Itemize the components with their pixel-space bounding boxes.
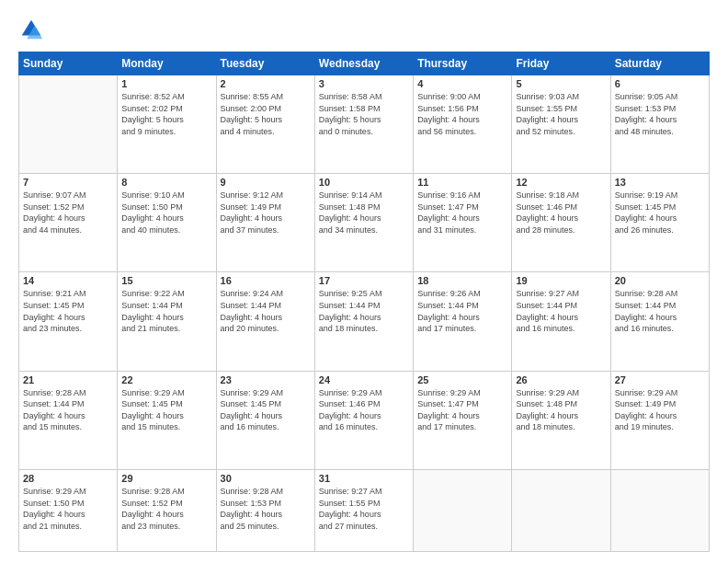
calendar-cell: 12Sunrise: 9:18 AM Sunset: 1:46 PM Dayli… (512, 174, 610, 272)
calendar-cell: 6Sunrise: 9:05 AM Sunset: 1:53 PM Daylig… (610, 75, 709, 174)
calendar-cell (414, 469, 512, 551)
day-info: Sunrise: 9:25 AM Sunset: 1:44 PM Dayligh… (319, 288, 409, 334)
day-number: 31 (319, 473, 409, 484)
day-number: 16 (221, 275, 311, 286)
day-header-sunday: Sunday (19, 52, 118, 75)
day-info: Sunrise: 9:12 AM Sunset: 1:49 PM Dayligh… (221, 190, 311, 236)
day-number: 5 (516, 78, 606, 89)
calendar-cell: 11Sunrise: 9:16 AM Sunset: 1:47 PM Dayli… (414, 174, 512, 272)
day-info: Sunrise: 9:21 AM Sunset: 1:45 PM Dayligh… (23, 288, 113, 334)
day-info: Sunrise: 9:10 AM Sunset: 1:50 PM Dayligh… (121, 190, 211, 236)
day-number: 11 (417, 177, 507, 188)
calendar-cell: 25Sunrise: 9:29 AM Sunset: 1:47 PM Dayli… (414, 371, 512, 469)
header (18, 17, 710, 42)
calendar-cell: 5Sunrise: 9:03 AM Sunset: 1:55 PM Daylig… (512, 75, 610, 174)
calendar-cell (19, 75, 118, 174)
day-number: 17 (319, 275, 409, 286)
day-info: Sunrise: 9:14 AM Sunset: 1:48 PM Dayligh… (319, 190, 409, 236)
day-number: 8 (121, 177, 211, 188)
day-info: Sunrise: 9:28 AM Sunset: 1:44 PM Dayligh… (23, 387, 113, 433)
calendar-cell: 20Sunrise: 9:28 AM Sunset: 1:44 PM Dayli… (610, 272, 709, 371)
page: SundayMondayTuesdayWednesdayThursdayFrid… (0, 0, 728, 563)
calendar-cell: 18Sunrise: 9:26 AM Sunset: 1:44 PM Dayli… (414, 272, 512, 371)
calendar-cell: 22Sunrise: 9:29 AM Sunset: 1:45 PM Dayli… (118, 371, 216, 469)
calendar-cell (512, 469, 610, 551)
day-info: Sunrise: 8:52 AM Sunset: 2:02 PM Dayligh… (121, 91, 211, 137)
day-header-friday: Friday (512, 52, 610, 75)
day-info: Sunrise: 9:29 AM Sunset: 1:47 PM Dayligh… (417, 387, 507, 433)
calendar-cell: 28Sunrise: 9:29 AM Sunset: 1:50 PM Dayli… (19, 469, 118, 551)
calendar-cell: 2Sunrise: 8:55 AM Sunset: 2:00 PM Daylig… (216, 75, 314, 174)
day-info: Sunrise: 8:58 AM Sunset: 1:58 PM Dayligh… (319, 91, 409, 137)
day-info: Sunrise: 9:19 AM Sunset: 1:45 PM Dayligh… (615, 190, 705, 236)
day-info: Sunrise: 9:28 AM Sunset: 1:44 PM Dayligh… (615, 288, 705, 334)
logo-icon (18, 17, 44, 42)
calendar-cell: 1Sunrise: 8:52 AM Sunset: 2:02 PM Daylig… (118, 75, 216, 174)
day-number: 12 (516, 177, 606, 188)
calendar-cell: 29Sunrise: 9:28 AM Sunset: 1:52 PM Dayli… (118, 469, 216, 551)
day-number: 24 (319, 374, 409, 385)
calendar-cell (610, 469, 709, 551)
day-number: 20 (615, 275, 705, 286)
day-number: 15 (121, 275, 211, 286)
day-info: Sunrise: 9:24 AM Sunset: 1:44 PM Dayligh… (221, 288, 311, 334)
calendar-cell: 7Sunrise: 9:07 AM Sunset: 1:52 PM Daylig… (19, 174, 118, 272)
calendar-cell: 26Sunrise: 9:29 AM Sunset: 1:48 PM Dayli… (512, 371, 610, 469)
day-header-monday: Monday (118, 52, 216, 75)
day-info: Sunrise: 9:28 AM Sunset: 1:53 PM Dayligh… (221, 486, 311, 532)
calendar-cell: 27Sunrise: 9:29 AM Sunset: 1:49 PM Dayli… (610, 371, 709, 469)
calendar-cell: 14Sunrise: 9:21 AM Sunset: 1:45 PM Dayli… (19, 272, 118, 371)
day-number: 30 (221, 473, 311, 484)
day-number: 14 (23, 275, 113, 286)
day-number: 18 (417, 275, 507, 286)
day-number: 4 (417, 78, 507, 89)
calendar-cell: 3Sunrise: 8:58 AM Sunset: 1:58 PM Daylig… (314, 75, 413, 174)
day-number: 21 (23, 374, 113, 385)
day-info: Sunrise: 9:29 AM Sunset: 1:46 PM Dayligh… (319, 387, 409, 433)
day-header-tuesday: Tuesday (216, 52, 314, 75)
calendar-cell: 9Sunrise: 9:12 AM Sunset: 1:49 PM Daylig… (216, 174, 314, 272)
day-header-wednesday: Wednesday (314, 52, 413, 75)
day-info: Sunrise: 9:16 AM Sunset: 1:47 PM Dayligh… (417, 190, 507, 236)
calendar-cell: 8Sunrise: 9:10 AM Sunset: 1:50 PM Daylig… (118, 174, 216, 272)
day-info: Sunrise: 9:29 AM Sunset: 1:50 PM Dayligh… (23, 486, 113, 532)
day-number: 28 (23, 473, 113, 484)
day-info: Sunrise: 9:29 AM Sunset: 1:48 PM Dayligh… (516, 387, 606, 433)
day-info: Sunrise: 9:27 AM Sunset: 1:55 PM Dayligh… (319, 486, 409, 532)
day-info: Sunrise: 9:28 AM Sunset: 1:52 PM Dayligh… (121, 486, 211, 532)
day-number: 1 (121, 78, 211, 89)
day-number: 27 (615, 374, 705, 385)
day-number: 9 (221, 177, 311, 188)
day-info: Sunrise: 9:22 AM Sunset: 1:44 PM Dayligh… (121, 288, 211, 334)
day-info: Sunrise: 9:29 AM Sunset: 1:45 PM Dayligh… (121, 387, 211, 433)
day-number: 6 (615, 78, 705, 89)
day-number: 7 (23, 177, 113, 188)
day-info: Sunrise: 9:29 AM Sunset: 1:45 PM Dayligh… (221, 387, 311, 433)
calendar-cell: 21Sunrise: 9:28 AM Sunset: 1:44 PM Dayli… (19, 371, 118, 469)
calendar-cell: 24Sunrise: 9:29 AM Sunset: 1:46 PM Dayli… (314, 371, 413, 469)
calendar-table: SundayMondayTuesdayWednesdayThursdayFrid… (18, 52, 710, 552)
calendar-cell: 10Sunrise: 9:14 AM Sunset: 1:48 PM Dayli… (314, 174, 413, 272)
day-number: 13 (615, 177, 705, 188)
calendar-cell: 31Sunrise: 9:27 AM Sunset: 1:55 PM Dayli… (314, 469, 413, 551)
day-info: Sunrise: 9:27 AM Sunset: 1:44 PM Dayligh… (516, 288, 606, 334)
calendar-cell: 16Sunrise: 9:24 AM Sunset: 1:44 PM Dayli… (216, 272, 314, 371)
day-number: 29 (121, 473, 211, 484)
day-header-saturday: Saturday (610, 52, 709, 75)
calendar-cell: 4Sunrise: 9:00 AM Sunset: 1:56 PM Daylig… (414, 75, 512, 174)
day-header-thursday: Thursday (414, 52, 512, 75)
day-info: Sunrise: 9:26 AM Sunset: 1:44 PM Dayligh… (417, 288, 507, 334)
day-number: 19 (516, 275, 606, 286)
day-number: 10 (319, 177, 409, 188)
calendar-cell: 15Sunrise: 9:22 AM Sunset: 1:44 PM Dayli… (118, 272, 216, 371)
day-info: Sunrise: 9:05 AM Sunset: 1:53 PM Dayligh… (615, 91, 705, 137)
day-info: Sunrise: 9:29 AM Sunset: 1:49 PM Dayligh… (615, 387, 705, 433)
calendar-cell: 23Sunrise: 9:29 AM Sunset: 1:45 PM Dayli… (216, 371, 314, 469)
day-info: Sunrise: 9:07 AM Sunset: 1:52 PM Dayligh… (23, 190, 113, 236)
day-info: Sunrise: 9:03 AM Sunset: 1:55 PM Dayligh… (516, 91, 606, 137)
day-number: 25 (417, 374, 507, 385)
calendar-cell: 13Sunrise: 9:19 AM Sunset: 1:45 PM Dayli… (610, 174, 709, 272)
day-number: 3 (319, 78, 409, 89)
logo (18, 17, 48, 42)
day-number: 26 (516, 374, 606, 385)
